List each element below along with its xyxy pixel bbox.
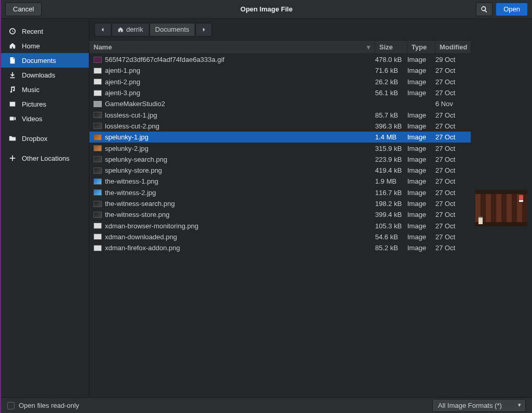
file-name: lossless-cut-1.jpg — [105, 111, 375, 119]
column-size[interactable]: Size — [375, 41, 407, 54]
file-modified: 27 Oct — [435, 211, 471, 218]
file-type: Image — [407, 67, 435, 74]
file-row[interactable]: ajenti-2.png26.2 kBImage27 Oct — [89, 76, 471, 87]
preview-thumbnail — [475, 190, 527, 226]
file-type: Image — [407, 56, 435, 63]
plus-icon — [8, 154, 17, 162]
cancel-button[interactable]: Cancel — [5, 3, 42, 16]
file-type: Image — [407, 211, 435, 218]
column-name[interactable]: Name ▾ — [89, 41, 375, 54]
search-button[interactable] — [476, 3, 493, 16]
file-name: xdman-firefox-addon.png — [105, 244, 375, 252]
sidebar-item-dropbox[interactable]: Dropbox — [1, 131, 89, 146]
file-row[interactable]: spelunky-store.png419.4 kBImage27 Oct — [89, 165, 471, 176]
file-size: 419.4 kB — [375, 166, 407, 174]
file-name: lossless-cut-2.png — [105, 122, 375, 130]
file-thumbnail — [94, 57, 102, 63]
file-type: Image — [407, 233, 435, 241]
sidebar-item-home[interactable]: Home — [1, 38, 89, 53]
sidebar-item-label: Home — [22, 42, 40, 50]
videos-icon — [8, 114, 17, 123]
file-row[interactable]: xdman-browser-monitoring.png105.3 kBImag… — [89, 220, 471, 231]
file-list[interactable]: 565f472d3df667cf4adf74fdae6a333a.gif478.… — [89, 54, 471, 397]
sidebar-item-other-locations[interactable]: Other Locations — [1, 151, 89, 165]
column-modified[interactable]: Modified — [435, 41, 471, 54]
file-thumbnail — [94, 189, 102, 196]
file-row[interactable]: spelunky-search.png223.9 kBImage27 Oct — [89, 154, 471, 165]
sidebar-item-label: Music — [22, 86, 39, 94]
sidebar-item-music[interactable]: Music — [1, 82, 89, 97]
pictures-icon — [8, 100, 17, 108]
path-home-segment[interactable]: derrik — [112, 23, 149, 36]
file-type: Image — [407, 78, 435, 86]
file-thumbnail — [94, 201, 102, 207]
path-back-button[interactable] — [95, 23, 111, 36]
file-row[interactable]: 565f472d3df667cf4adf74fdae6a333a.gif478.… — [89, 54, 471, 65]
file-row[interactable]: GameMakerStudio26 Nov — [89, 98, 471, 109]
file-row[interactable]: xdman-downloaded.png54.6 kBImage27 Oct — [89, 231, 471, 242]
file-size: 105.3 kB — [375, 222, 407, 230]
file-row[interactable]: spelunky-2.jpg315.9 kBImage27 Oct — [89, 143, 471, 153]
file-row[interactable]: the-witness-search.png198.2 kBImage27 Oc… — [89, 198, 471, 209]
file-name: spelunky-1.jpg — [105, 133, 375, 141]
file-type: Image — [407, 200, 435, 208]
file-type: Image — [407, 177, 435, 185]
file-name: xdman-browser-monitoring.png — [105, 222, 375, 230]
file-name: ajenti-3.png — [105, 89, 375, 97]
file-name: GameMakerStudio2 — [105, 100, 375, 108]
file-thumbnail — [94, 123, 102, 129]
file-size: 198.2 kB — [375, 200, 407, 208]
file-size: 1.4 MB — [375, 133, 407, 141]
file-row[interactable]: the-witness-2.jpg116.7 kBImage27 Oct — [89, 187, 471, 198]
file-size: 399.4 kB — [375, 211, 407, 218]
file-name: spelunky-store.png — [105, 166, 375, 174]
file-type: Image — [407, 189, 435, 197]
file-row[interactable]: lossless-cut-2.png396.3 kBImage27 Oct — [89, 121, 471, 132]
file-size: 54.6 kB — [375, 233, 407, 241]
file-row[interactable]: ajenti-1.png71.6 kBImage27 Oct — [89, 65, 471, 76]
file-name: 565f472d3df667cf4adf74fdae6a333a.gif — [105, 56, 375, 63]
path-forward-button[interactable] — [195, 23, 212, 36]
column-type[interactable]: Type — [407, 41, 435, 54]
sidebar-item-pictures[interactable]: Pictures — [1, 97, 89, 111]
file-modified: 27 Oct — [435, 78, 471, 86]
sidebar-item-documents[interactable]: Documents — [1, 53, 89, 68]
readonly-checkbox[interactable] — [7, 402, 15, 409]
file-row[interactable]: lossless-cut-1.jpg85.7 kBImage27 Oct — [89, 109, 471, 120]
file-thumbnail — [94, 134, 102, 140]
file-modified: 27 Oct — [435, 177, 471, 185]
file-modified: 27 Oct — [435, 244, 471, 252]
sidebar-item-label: Downloads — [22, 71, 55, 79]
sidebar-item-downloads[interactable]: Downloads — [1, 68, 89, 82]
file-thumbnail — [94, 245, 102, 251]
sidebar-item-recent[interactable]: Recent — [1, 24, 89, 38]
readonly-label: Open files read-only — [19, 402, 79, 409]
music-icon — [8, 85, 17, 94]
file-name: spelunky-search.png — [105, 156, 375, 163]
path-current-segment[interactable]: Documents — [150, 23, 195, 36]
sidebar-item-videos[interactable]: Videos — [1, 111, 89, 126]
file-modified: 27 Oct — [435, 233, 471, 241]
file-thumbnail — [94, 112, 102, 118]
sidebar-item-label: Recent — [22, 28, 43, 35]
sidebar-item-label: Dropbox — [22, 135, 47, 143]
file-row[interactable]: the-witness-1.png1.9 MBImage27 Oct — [89, 176, 471, 187]
clock-icon — [8, 27, 17, 35]
file-type: Image — [407, 133, 435, 141]
file-row[interactable]: xdman-firefox-addon.png85.2 kBImage27 Oc… — [89, 242, 471, 253]
sidebar-item-label: Other Locations — [22, 154, 70, 162]
file-row[interactable]: the-witness-store.png399.4 kBImage27 Oct — [89, 209, 471, 220]
file-size: 315.9 kB — [375, 145, 407, 152]
file-format-select[interactable]: All Image Formats (*) — [432, 399, 526, 412]
file-name: the-witness-search.png — [105, 200, 375, 208]
file-size: 71.6 kB — [375, 67, 407, 74]
open-button[interactable]: Open — [496, 3, 528, 16]
folder-icon — [8, 134, 17, 143]
file-type: Image — [407, 89, 435, 97]
search-icon — [481, 6, 488, 13]
sort-indicator-icon: ▾ — [367, 43, 370, 51]
file-size: 85.2 kB — [375, 244, 407, 252]
file-row[interactable]: spelunky-1.jpg1.4 MBImage27 Oct — [89, 132, 471, 143]
file-row[interactable]: ajenti-3.png56.1 kBImage27 Oct — [89, 87, 471, 98]
file-thumbnail — [94, 212, 102, 218]
